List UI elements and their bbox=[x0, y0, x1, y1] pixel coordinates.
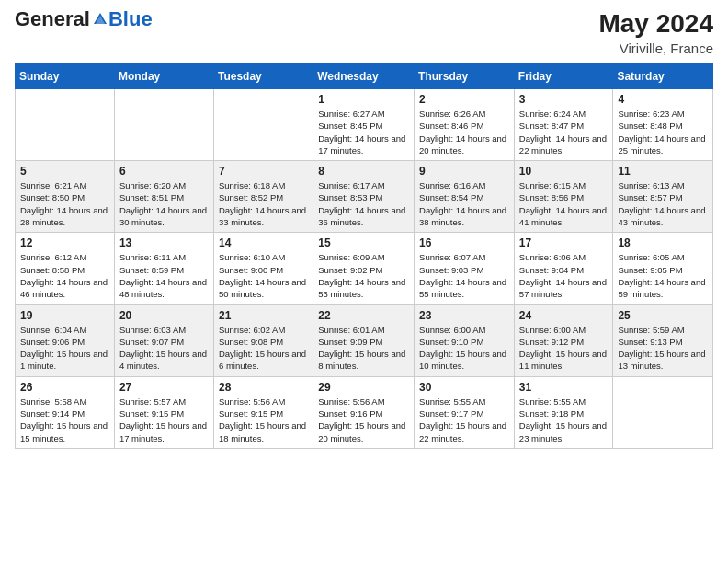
table-row: 5Sunrise: 6:21 AMSunset: 8:50 PMDaylight… bbox=[16, 161, 115, 233]
table-row: 14Sunrise: 6:10 AMSunset: 9:00 PMDayligh… bbox=[213, 233, 313, 304]
day-number: 13 bbox=[119, 236, 209, 249]
table-row: 27Sunrise: 5:57 AMSunset: 9:15 PMDayligh… bbox=[114, 376, 213, 448]
day-number: 16 bbox=[419, 236, 509, 249]
col-thursday: Thursday bbox=[415, 64, 515, 89]
table-row: 9Sunrise: 6:16 AMSunset: 8:54 PMDaylight… bbox=[415, 161, 515, 233]
day-info: Sunrise: 5:56 AMSunset: 9:16 PMDaylight:… bbox=[318, 396, 409, 444]
day-info: Sunrise: 5:55 AMSunset: 9:18 PMDaylight:… bbox=[519, 396, 609, 444]
table-row: 3Sunrise: 6:24 AMSunset: 8:47 PMDaylight… bbox=[514, 89, 613, 161]
day-number: 30 bbox=[419, 381, 509, 394]
table-row: 17Sunrise: 6:06 AMSunset: 9:04 PMDayligh… bbox=[514, 233, 613, 304]
table-row bbox=[213, 89, 313, 161]
table-row: 23Sunrise: 6:00 AMSunset: 9:10 PMDayligh… bbox=[415, 304, 515, 376]
calendar-week-row: 26Sunrise: 5:58 AMSunset: 9:14 PMDayligh… bbox=[16, 376, 713, 448]
day-number: 2 bbox=[419, 93, 509, 106]
table-row: 29Sunrise: 5:56 AMSunset: 9:16 PMDayligh… bbox=[313, 376, 415, 448]
location-title: Viriville, France bbox=[598, 40, 713, 56]
table-row: 26Sunrise: 5:58 AMSunset: 9:14 PMDayligh… bbox=[16, 376, 115, 448]
table-row: 20Sunrise: 6:03 AMSunset: 9:07 PMDayligh… bbox=[114, 304, 213, 376]
day-number: 27 bbox=[119, 381, 209, 394]
day-info: Sunrise: 5:57 AMSunset: 9:15 PMDaylight:… bbox=[119, 396, 209, 444]
day-info: Sunrise: 6:20 AMSunset: 8:51 PMDaylight:… bbox=[119, 179, 209, 228]
day-info: Sunrise: 5:56 AMSunset: 9:15 PMDaylight:… bbox=[219, 396, 308, 444]
day-number: 15 bbox=[318, 236, 409, 249]
day-info: Sunrise: 6:26 AMSunset: 8:46 PMDaylight:… bbox=[419, 108, 509, 156]
day-number: 29 bbox=[318, 381, 409, 394]
day-number: 8 bbox=[318, 165, 409, 178]
table-row: 22Sunrise: 6:01 AMSunset: 9:09 PMDayligh… bbox=[313, 304, 415, 376]
day-info: Sunrise: 6:02 AMSunset: 9:08 PMDaylight:… bbox=[219, 324, 308, 373]
day-info: Sunrise: 6:07 AMSunset: 9:03 PMDaylight:… bbox=[419, 251, 509, 300]
day-info: Sunrise: 6:24 AMSunset: 8:47 PMDaylight:… bbox=[519, 108, 609, 156]
calendar-table: Sunday Monday Tuesday Wednesday Thursday… bbox=[15, 63, 713, 449]
table-row: 21Sunrise: 6:02 AMSunset: 9:08 PMDayligh… bbox=[213, 304, 313, 376]
col-tuesday: Tuesday bbox=[213, 64, 313, 89]
day-number: 20 bbox=[119, 309, 209, 322]
day-info: Sunrise: 5:55 AMSunset: 9:17 PMDaylight:… bbox=[419, 396, 509, 444]
header: General Blue May 2024 Viriville, France bbox=[15, 9, 713, 56]
day-info: Sunrise: 6:15 AMSunset: 8:56 PMDaylight:… bbox=[519, 179, 609, 228]
day-number: 18 bbox=[618, 236, 708, 249]
day-info: Sunrise: 6:03 AMSunset: 9:07 PMDaylight:… bbox=[119, 324, 209, 373]
calendar-week-row: 12Sunrise: 6:12 AMSunset: 8:58 PMDayligh… bbox=[16, 233, 713, 304]
day-number: 25 bbox=[618, 309, 708, 322]
col-monday: Monday bbox=[114, 64, 213, 89]
table-row: 8Sunrise: 6:17 AMSunset: 8:53 PMDaylight… bbox=[313, 161, 415, 233]
day-number: 26 bbox=[20, 381, 109, 394]
day-info: Sunrise: 5:59 AMSunset: 9:13 PMDaylight:… bbox=[618, 324, 708, 373]
day-number: 21 bbox=[219, 309, 308, 322]
day-info: Sunrise: 6:16 AMSunset: 8:54 PMDaylight:… bbox=[419, 179, 509, 228]
table-row: 24Sunrise: 6:00 AMSunset: 9:12 PMDayligh… bbox=[514, 304, 613, 376]
day-info: Sunrise: 5:58 AMSunset: 9:14 PMDaylight:… bbox=[20, 396, 109, 444]
day-info: Sunrise: 6:12 AMSunset: 8:58 PMDaylight:… bbox=[20, 251, 109, 300]
day-info: Sunrise: 6:00 AMSunset: 9:12 PMDaylight:… bbox=[519, 324, 609, 373]
calendar-week-row: 5Sunrise: 6:21 AMSunset: 8:50 PMDaylight… bbox=[16, 161, 713, 233]
table-row: 6Sunrise: 6:20 AMSunset: 8:51 PMDaylight… bbox=[114, 161, 213, 233]
col-wednesday: Wednesday bbox=[313, 64, 415, 89]
logo: General Blue bbox=[15, 9, 153, 29]
calendar-header-row: Sunday Monday Tuesday Wednesday Thursday… bbox=[16, 64, 713, 89]
day-number: 3 bbox=[519, 93, 609, 106]
table-row: 10Sunrise: 6:15 AMSunset: 8:56 PMDayligh… bbox=[514, 161, 613, 233]
table-row: 18Sunrise: 6:05 AMSunset: 9:05 PMDayligh… bbox=[613, 233, 713, 304]
table-row: 11Sunrise: 6:13 AMSunset: 8:57 PMDayligh… bbox=[613, 161, 713, 233]
day-info: Sunrise: 6:05 AMSunset: 9:05 PMDaylight:… bbox=[618, 251, 708, 300]
day-number: 11 bbox=[618, 165, 708, 178]
day-info: Sunrise: 6:11 AMSunset: 8:59 PMDaylight:… bbox=[119, 251, 209, 300]
table-row: 31Sunrise: 5:55 AMSunset: 9:18 PMDayligh… bbox=[514, 376, 613, 448]
day-number: 4 bbox=[618, 93, 708, 106]
table-row: 16Sunrise: 6:07 AMSunset: 9:03 PMDayligh… bbox=[415, 233, 515, 304]
title-block: May 2024 Viriville, France bbox=[598, 9, 713, 56]
day-number: 1 bbox=[318, 93, 409, 106]
day-number: 14 bbox=[219, 236, 308, 249]
day-number: 28 bbox=[219, 381, 308, 394]
table-row: 13Sunrise: 6:11 AMSunset: 8:59 PMDayligh… bbox=[114, 233, 213, 304]
day-number: 23 bbox=[419, 309, 509, 322]
day-info: Sunrise: 6:23 AMSunset: 8:48 PMDaylight:… bbox=[618, 108, 708, 156]
day-number: 22 bbox=[318, 309, 409, 322]
day-number: 5 bbox=[20, 165, 109, 178]
page: General Blue May 2024 Viriville, France … bbox=[0, 0, 728, 563]
day-info: Sunrise: 6:21 AMSunset: 8:50 PMDaylight:… bbox=[20, 179, 109, 228]
table-row: 25Sunrise: 5:59 AMSunset: 9:13 PMDayligh… bbox=[613, 304, 713, 376]
table-row: 1Sunrise: 6:27 AMSunset: 8:45 PMDaylight… bbox=[313, 89, 415, 161]
day-info: Sunrise: 6:13 AMSunset: 8:57 PMDaylight:… bbox=[618, 179, 708, 228]
day-number: 24 bbox=[519, 309, 609, 322]
day-number: 9 bbox=[419, 165, 509, 178]
table-row: 4Sunrise: 6:23 AMSunset: 8:48 PMDaylight… bbox=[613, 89, 713, 161]
day-number: 17 bbox=[519, 236, 609, 249]
table-row: 30Sunrise: 5:55 AMSunset: 9:17 PMDayligh… bbox=[415, 376, 515, 448]
day-info: Sunrise: 6:17 AMSunset: 8:53 PMDaylight:… bbox=[318, 179, 409, 228]
table-row: 15Sunrise: 6:09 AMSunset: 9:02 PMDayligh… bbox=[313, 233, 415, 304]
day-info: Sunrise: 6:09 AMSunset: 9:02 PMDaylight:… bbox=[318, 251, 409, 300]
day-number: 10 bbox=[519, 165, 609, 178]
day-number: 6 bbox=[119, 165, 209, 178]
day-info: Sunrise: 6:27 AMSunset: 8:45 PMDaylight:… bbox=[318, 108, 409, 156]
calendar-week-row: 19Sunrise: 6:04 AMSunset: 9:06 PMDayligh… bbox=[16, 304, 713, 376]
calendar-week-row: 1Sunrise: 6:27 AMSunset: 8:45 PMDaylight… bbox=[16, 89, 713, 161]
col-saturday: Saturday bbox=[613, 64, 713, 89]
day-number: 31 bbox=[519, 381, 609, 394]
table-row: 28Sunrise: 5:56 AMSunset: 9:15 PMDayligh… bbox=[213, 376, 313, 448]
day-info: Sunrise: 6:00 AMSunset: 9:10 PMDaylight:… bbox=[419, 324, 509, 373]
day-info: Sunrise: 6:10 AMSunset: 9:00 PMDaylight:… bbox=[219, 251, 308, 300]
